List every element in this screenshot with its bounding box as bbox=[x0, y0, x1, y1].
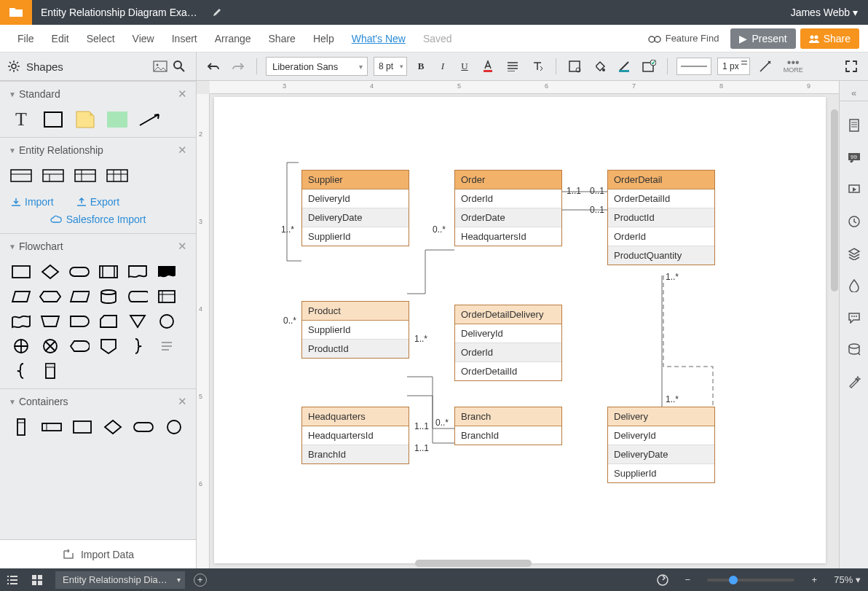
export-link[interactable]: Export bbox=[76, 196, 119, 208]
align-button[interactable] bbox=[503, 57, 522, 76]
er-shape-1[interactable] bbox=[10, 167, 32, 184]
scrollbar-horizontal[interactable] bbox=[415, 560, 532, 567]
close-icon[interactable]: ✕ bbox=[178, 395, 187, 408]
share-button[interactable]: Share bbox=[800, 28, 859, 49]
entity-orderdetail[interactable]: OrderDetail OrderDetailId ProductId Orde… bbox=[607, 170, 715, 265]
chat-icon[interactable] bbox=[846, 310, 862, 326]
fc-diamond[interactable] bbox=[39, 263, 61, 281]
feature-find[interactable]: Feature Find bbox=[648, 33, 719, 44]
fc-tape[interactable] bbox=[10, 313, 32, 330]
page-icon[interactable] bbox=[846, 117, 862, 133]
entity-headquarters[interactable]: Headquarters HeadquartersId BranchId bbox=[301, 407, 409, 464]
panel-standard-header[interactable]: ▼Standard✕ bbox=[0, 82, 196, 106]
image-icon[interactable] bbox=[151, 57, 170, 76]
zoom-level[interactable]: 75% ▾ bbox=[826, 574, 868, 585]
more-button[interactable]: •••MORE bbox=[784, 59, 803, 74]
undo-button[interactable] bbox=[204, 57, 223, 76]
fc-hex[interactable] bbox=[39, 288, 61, 305]
scrollbar-vertical[interactable] bbox=[831, 109, 838, 291]
fc-display[interactable] bbox=[68, 337, 90, 355]
grid-view-icon[interactable] bbox=[25, 574, 50, 586]
fc-predef[interactable] bbox=[98, 263, 119, 281]
cont-5[interactable] bbox=[133, 418, 154, 436]
fc-brace-l[interactable] bbox=[10, 362, 32, 380]
folder-icon[interactable] bbox=[0, 0, 32, 25]
fc-db[interactable] bbox=[98, 288, 119, 305]
fc-trap[interactable] bbox=[10, 288, 32, 305]
search-icon[interactable] bbox=[170, 57, 189, 76]
canvas[interactable]: 3 4 5 6 7 8 9 2 3 4 5 6 bbox=[197, 81, 839, 568]
font-selector[interactable]: Liberation Sans bbox=[266, 57, 368, 76]
text-shape[interactable]: T bbox=[10, 111, 32, 128]
fc-card[interactable] bbox=[98, 313, 119, 330]
shapefill-button[interactable] bbox=[565, 57, 584, 76]
fc-doc2[interactable] bbox=[156, 263, 178, 281]
note-shape[interactable] bbox=[74, 111, 96, 128]
close-icon[interactable]: ✕ bbox=[178, 87, 187, 101]
panel-containers-header[interactable]: ▼Containers✕ bbox=[0, 389, 196, 414]
fc-delay[interactable] bbox=[68, 313, 90, 330]
zoom-slider[interactable] bbox=[707, 579, 794, 582]
er-shape-3[interactable] bbox=[74, 167, 96, 184]
italic-button[interactable]: I bbox=[435, 60, 451, 72]
arrow-shape[interactable] bbox=[138, 111, 160, 128]
layers-icon[interactable] bbox=[846, 246, 862, 262]
fc-manual[interactable] bbox=[39, 313, 61, 330]
entity-branch[interactable]: Branch BranchId bbox=[454, 407, 562, 445]
drop-icon[interactable] bbox=[846, 278, 862, 294]
fc-stored[interactable] bbox=[127, 288, 149, 305]
page-tab[interactable]: Entity Relationship Dia… bbox=[55, 571, 185, 589]
cont-1[interactable] bbox=[10, 418, 32, 436]
data-icon[interactable] bbox=[846, 342, 862, 358]
history-icon[interactable] bbox=[846, 214, 862, 230]
fc-swim[interactable] bbox=[39, 362, 61, 380]
paper[interactable]: Supplier DeliveryId DeliveryDate Supplie… bbox=[214, 97, 826, 563]
close-icon[interactable]: ✕ bbox=[178, 144, 187, 157]
cont-2[interactable] bbox=[41, 418, 63, 436]
comment-icon[interactable]: 99 bbox=[846, 149, 862, 165]
panel-er-header[interactable]: ▼Entity Relationship✕ bbox=[0, 138, 196, 163]
fontsize-selector[interactable]: 8 pt bbox=[374, 57, 407, 76]
add-page-button[interactable]: + bbox=[194, 574, 207, 587]
entity-order[interactable]: Order OrderId OrderDate HeadquartersId bbox=[454, 170, 562, 246]
document-title[interactable]: Entity Relationship Diagram Exa… bbox=[32, 7, 206, 18]
close-icon[interactable]: ✕ bbox=[178, 240, 187, 253]
gear-icon[interactable] bbox=[7, 60, 20, 73]
import-link[interactable]: Import bbox=[10, 196, 54, 208]
fc-note[interactable] bbox=[156, 337, 178, 355]
underline-button[interactable]: U bbox=[457, 60, 473, 72]
er-shape-4[interactable] bbox=[106, 167, 128, 184]
fc-doc[interactable] bbox=[127, 263, 149, 281]
fc-off[interactable] bbox=[98, 337, 119, 355]
fullscreen-button[interactable] bbox=[842, 57, 861, 76]
panel-flowchart-header[interactable]: ▼Flowchart✕ bbox=[0, 234, 196, 259]
rect-shape[interactable] bbox=[42, 111, 64, 128]
entity-orderdetaildelivery[interactable]: OrderDetailDelivery DeliveryId OrderId O… bbox=[454, 305, 562, 381]
entity-product[interactable]: Product SupplierId ProductId bbox=[301, 301, 409, 359]
menu-insert[interactable]: Insert bbox=[163, 33, 206, 44]
fc-or[interactable] bbox=[39, 337, 61, 355]
fc-terminator[interactable] bbox=[68, 263, 90, 281]
linestyle-selector[interactable] bbox=[676, 58, 711, 75]
block-shape[interactable] bbox=[106, 111, 128, 128]
border-button[interactable] bbox=[615, 57, 634, 76]
fc-brace-r[interactable] bbox=[127, 337, 149, 355]
menu-whatsnew[interactable]: What's New bbox=[343, 33, 414, 44]
user-menu[interactable]: James Webb ▾ bbox=[781, 7, 868, 18]
import-data-button[interactable]: Import Data bbox=[0, 539, 196, 568]
menu-view[interactable]: View bbox=[124, 33, 163, 44]
menu-arrange[interactable]: Arrange bbox=[206, 33, 260, 44]
textfield-button[interactable] bbox=[528, 57, 547, 76]
shapeopt-button[interactable] bbox=[639, 57, 658, 76]
salesforce-import-link[interactable]: Salesforce Import bbox=[0, 211, 196, 233]
fill-button[interactable] bbox=[590, 57, 609, 76]
menu-edit[interactable]: Edit bbox=[43, 33, 78, 44]
lineedit-button[interactable] bbox=[756, 57, 775, 76]
list-view-icon[interactable] bbox=[0, 575, 25, 585]
fc-internal[interactable] bbox=[156, 288, 178, 305]
autosave-icon[interactable] bbox=[650, 574, 675, 587]
fc-para[interactable] bbox=[68, 288, 90, 305]
collapse-right-icon[interactable]: « bbox=[840, 85, 868, 101]
fc-tri[interactable] bbox=[127, 313, 149, 330]
magic-icon[interactable] bbox=[846, 374, 862, 390]
